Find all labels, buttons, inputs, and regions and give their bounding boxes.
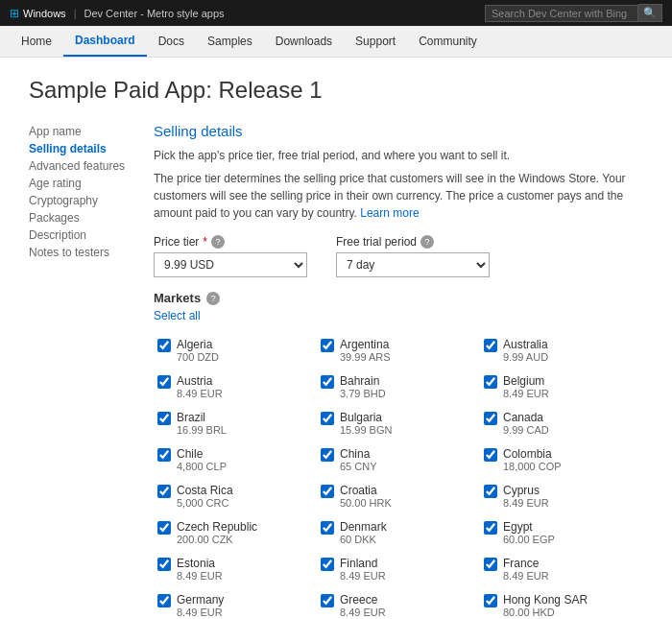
market-item: Hong Kong SAR 80.00 HKD [480, 587, 643, 619]
market-price: 18,000 COP [503, 461, 562, 472]
market-info: Bahrain 3.79 BHD [340, 374, 386, 399]
market-name: Australia [503, 338, 548, 351]
market-checkbox[interactable] [157, 521, 171, 535]
sidebar-item-selling[interactable]: Selling details [29, 140, 134, 157]
search-container: 🔍 [485, 4, 662, 22]
market-name: Finland [340, 557, 386, 570]
separator: | [74, 8, 77, 19]
market-checkbox[interactable] [484, 339, 497, 352]
market-info: Colombia 18,000 COP [503, 447, 562, 472]
market-item: Czech Republic 200.00 CZK [154, 514, 317, 551]
market-name: Canada [503, 411, 549, 424]
market-checkbox[interactable] [157, 594, 171, 607]
market-info: Canada 9.99 CAD [503, 411, 549, 436]
market-checkbox[interactable] [321, 448, 334, 462]
market-checkbox[interactable] [321, 412, 334, 425]
market-info: Egypt 60.00 EGP [503, 520, 555, 545]
sidebar-item-crypto[interactable]: Cryptography [29, 192, 134, 209]
market-item: Bulgaria 15.99 BGN [317, 405, 480, 441]
market-info: Costa Rica 5,000 CRC [177, 484, 233, 509]
market-price: 8.49 EUR [177, 607, 224, 618]
nav-docs[interactable]: Docs [147, 27, 196, 56]
market-name: Costa Rica [177, 484, 233, 497]
market-price: 16.99 BRL [177, 424, 227, 436]
market-price: 60 DKK [340, 534, 387, 545]
search-input[interactable] [485, 5, 638, 22]
market-checkbox[interactable] [321, 339, 334, 352]
market-price: 200.00 CZK [177, 534, 257, 545]
market-name: Germany [177, 593, 224, 607]
price-tier-group: Price tier * ? 9.99 USD Free 1.29 USD 2.… [154, 235, 307, 277]
market-checkbox[interactable] [157, 558, 171, 571]
trial-help-icon[interactable]: ? [420, 235, 434, 249]
sidebar-item-age[interactable]: Age rating [29, 175, 134, 192]
market-name: Hong Kong SAR [503, 593, 588, 607]
learn-more-link[interactable]: Learn more [360, 206, 419, 220]
page-content: Sample Paid App: Release 1 App name Sell… [0, 58, 672, 619]
free-trial-label: Free trial period ? [336, 235, 490, 249]
content-area: Selling details Pick the app's price tie… [154, 123, 643, 619]
market-checkbox[interactable] [157, 448, 171, 462]
market-checkbox[interactable] [484, 412, 497, 425]
sidebar-item-packages[interactable]: Packages [29, 209, 134, 226]
market-checkbox[interactable] [484, 485, 497, 498]
market-checkbox[interactable] [484, 448, 497, 462]
sidebar-item-description[interactable]: Description [29, 226, 134, 244]
market-info: Belgium 8.49 EUR [503, 374, 549, 399]
nav-bar: Home Dashboard Docs Samples Downloads Su… [0, 26, 672, 58]
nav-home[interactable]: Home [10, 27, 63, 56]
markets-help-icon[interactable]: ? [206, 292, 220, 305]
market-checkbox[interactable] [157, 375, 171, 389]
market-checkbox[interactable] [484, 521, 497, 535]
nav-community[interactable]: Community [407, 27, 489, 56]
market-checkbox[interactable] [157, 412, 171, 425]
page-title: Sample Paid App: Release 1 [29, 77, 643, 104]
market-item: Bahrain 3.79 BHD [317, 369, 480, 405]
market-checkbox[interactable] [321, 375, 334, 389]
market-checkbox[interactable] [157, 339, 171, 352]
market-info: Brazil 16.99 BRL [177, 411, 227, 436]
sidebar-item-notes[interactable]: Notes to testers [29, 244, 134, 261]
free-trial-group: Free trial period ? 7 day No free trial … [336, 235, 490, 277]
market-name: China [340, 447, 377, 461]
market-item: Colombia 18,000 COP [480, 441, 643, 478]
market-info: Estonia 8.49 EUR [177, 557, 223, 582]
market-checkbox[interactable] [321, 485, 334, 498]
market-checkbox[interactable] [484, 558, 497, 571]
market-info: China 65 CNY [340, 447, 377, 472]
price-tier-select[interactable]: 9.99 USD Free 1.29 USD 2.99 USD 4.99 USD… [154, 252, 307, 277]
market-checkbox[interactable] [321, 594, 334, 607]
market-name: Greece [340, 593, 386, 607]
nav-samples[interactable]: Samples [196, 27, 264, 56]
nav-dashboard[interactable]: Dashboard [63, 26, 147, 57]
market-item: Brazil 16.99 BRL [154, 405, 317, 441]
market-checkbox[interactable] [484, 375, 497, 389]
market-info: Germany 8.49 EUR [177, 593, 224, 618]
nav-downloads[interactable]: Downloads [264, 27, 344, 56]
nav-support[interactable]: Support [344, 27, 407, 56]
market-price: 8.49 EUR [177, 388, 223, 399]
market-info: Hong Kong SAR 80.00 HKD [503, 593, 588, 618]
section-title: Selling details [154, 123, 643, 139]
sidebar-item-advanced[interactable]: Advanced features [29, 157, 134, 175]
sidebar-item-appname[interactable]: App name [29, 123, 134, 140]
market-price: 9.99 CAD [503, 424, 549, 436]
market-name: Bahrain [340, 374, 386, 388]
market-checkbox[interactable] [321, 521, 334, 535]
market-checkbox[interactable] [321, 558, 334, 571]
search-button[interactable]: 🔍 [638, 4, 662, 22]
market-name: Belgium [503, 374, 549, 388]
market-checkbox[interactable] [484, 594, 497, 607]
market-item: Germany 8.49 EUR [154, 587, 317, 619]
market-item: Australia 9.99 AUD [480, 332, 643, 369]
free-trial-select[interactable]: 7 day No free trial 1 day 14 day 30 day [336, 252, 490, 277]
price-help-icon[interactable]: ? [211, 235, 225, 249]
market-price: 8.49 EUR [177, 570, 223, 582]
market-item: Argentina 39.99 ARS [317, 332, 480, 369]
select-all-link[interactable]: Select all [154, 309, 643, 322]
market-price: 65 CNY [340, 461, 377, 472]
market-item: Cyprus 8.49 EUR [480, 478, 643, 514]
market-checkbox[interactable] [157, 485, 171, 498]
market-price: 700 DZD [177, 351, 219, 363]
market-item: Estonia 8.49 EUR [154, 551, 317, 587]
